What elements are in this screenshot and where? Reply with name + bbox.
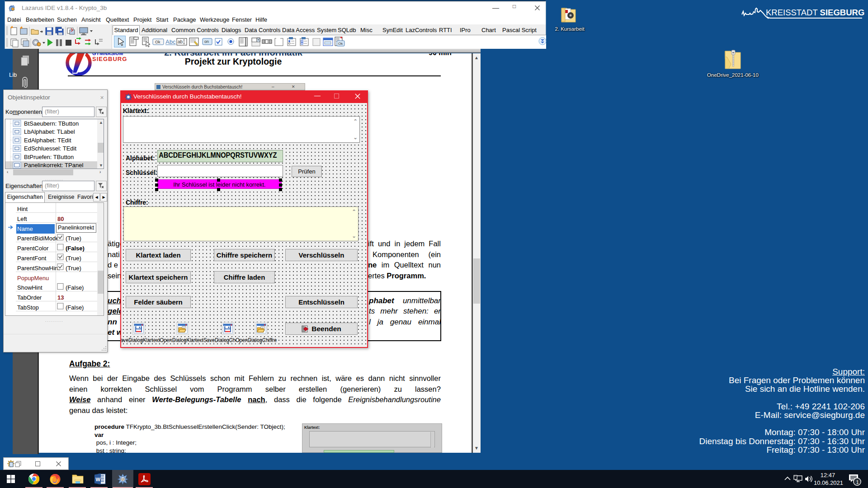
svg-text:Ok: Ok [338,42,343,46]
svg-text:Ok: Ok [155,40,160,44]
svg-text:Abc: Abc [165,38,176,45]
svg-text:ab: ab [178,39,183,44]
svg-text:on: on [204,39,209,44]
svg-text:1: 1 [856,479,859,485]
svg-text:KREISSTADT SIEGBURG: KREISSTADT SIEGBURG [766,8,864,17]
svg-text:W: W [96,477,101,482]
